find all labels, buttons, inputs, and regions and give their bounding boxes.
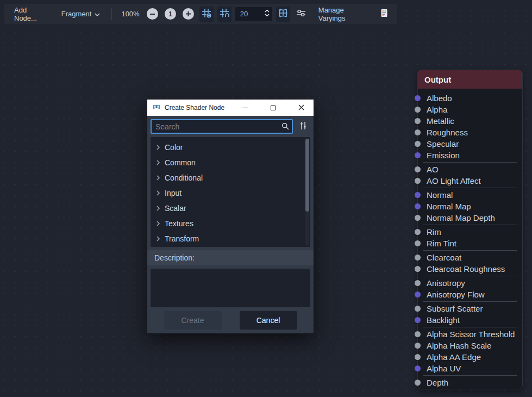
port-label: Backlight xyxy=(427,315,460,325)
port-connection-dot[interactable] xyxy=(415,95,421,101)
tree-category-textures[interactable]: Textures xyxy=(151,216,310,231)
grid-pattern-toggle-button[interactable] xyxy=(276,7,290,22)
output-graph-node[interactable]: Output AlbedoAlphaMetallicRoughnessSpecu… xyxy=(417,70,523,389)
description-label: Description: xyxy=(147,250,314,265)
zoom-out-icon xyxy=(147,8,158,20)
port-row-clearcoat-roughness: Clearcoat Roughness xyxy=(418,263,522,275)
port-connection-dot[interactable] xyxy=(415,178,421,184)
maximize-icon xyxy=(271,106,276,110)
port-row-specular: Specular xyxy=(418,138,522,150)
description-text xyxy=(151,269,310,307)
port-connection-dot[interactable] xyxy=(415,141,421,147)
port-connection-dot[interactable] xyxy=(415,129,421,135)
tree-category-common[interactable]: Common xyxy=(151,155,310,170)
output-node-header[interactable]: Output xyxy=(418,70,522,89)
minimize-button[interactable] xyxy=(233,100,257,116)
dialog-titlebar[interactable]: Create Shader Node xyxy=(147,100,314,116)
port-connection-dot[interactable] xyxy=(415,107,421,113)
port-connection-dot[interactable] xyxy=(415,215,421,221)
port-label: AO Light Affect xyxy=(427,176,481,185)
filter-options-button[interactable] xyxy=(296,119,310,134)
close-icon xyxy=(298,103,304,113)
manage-varyings-button[interactable]: Manage Varyings xyxy=(314,3,373,25)
lattice-grid-icon xyxy=(278,8,289,20)
tree-category-input[interactable]: Input xyxy=(151,185,310,201)
tree-scrollbar-thumb[interactable] xyxy=(305,139,309,212)
search-input[interactable] xyxy=(151,119,293,134)
tree-category-label: Common xyxy=(165,158,196,167)
shader-code-preview-button[interactable] xyxy=(377,7,391,22)
tree-category-label: Transform xyxy=(165,234,199,243)
port-row-roughness: Roughness xyxy=(418,127,522,138)
close-button[interactable] xyxy=(289,100,314,116)
tree-category-scalar[interactable]: Scalar xyxy=(151,201,310,216)
tree-category-conditional[interactable]: Conditional xyxy=(151,170,310,185)
cancel-button[interactable]: Cancel xyxy=(240,311,297,330)
snap-distance-input[interactable]: 20 xyxy=(235,7,272,21)
arrange-sliders-icon xyxy=(296,8,306,20)
chevron-right-icon[interactable] xyxy=(156,190,160,196)
port-connection-dot[interactable] xyxy=(415,266,421,272)
port-connection-dot[interactable] xyxy=(415,280,421,286)
port-connection-dot[interactable] xyxy=(415,331,421,337)
port-connection-dot[interactable] xyxy=(415,229,421,235)
snap-toggle-button[interactable] xyxy=(217,7,231,22)
zoom-reset-icon: 1 xyxy=(165,8,176,20)
shader-editor-toolbar: Add Node... Fragment 100% 1 xyxy=(4,4,397,24)
add-node-label: Add Node... xyxy=(14,6,49,22)
port-row-normal: Normal xyxy=(418,189,522,201)
port-connection-dot[interactable] xyxy=(415,203,421,209)
arrange-nodes-button[interactable] xyxy=(294,7,308,22)
port-connection-dot[interactable] xyxy=(415,192,421,198)
zoom-reset-button[interactable]: 1 xyxy=(164,7,178,22)
grid-settings-toggle-button[interactable] xyxy=(199,7,214,22)
output-node-title: Output xyxy=(424,75,451,84)
tree-category-label: Scalar xyxy=(165,204,186,213)
chevron-right-icon[interactable] xyxy=(156,235,160,242)
port-row-anisotropy: Anisotropy xyxy=(418,277,522,289)
port-connection-dot[interactable] xyxy=(415,118,421,124)
port-connection-dot[interactable] xyxy=(415,354,421,360)
spinner-updown-icon[interactable] xyxy=(265,9,270,18)
tree-category-transform[interactable]: Transform xyxy=(151,231,310,246)
chevron-right-icon[interactable] xyxy=(156,159,160,166)
chevron-right-icon[interactable] xyxy=(156,144,160,151)
port-label: Albedo xyxy=(427,94,452,103)
port-label: Anisotropy Flow xyxy=(427,290,485,299)
port-connection-dot[interactable] xyxy=(415,240,421,246)
port-connection-dot[interactable] xyxy=(415,317,421,323)
toolbar-separator xyxy=(111,8,112,20)
shader-file-icon xyxy=(380,9,389,19)
maximize-button[interactable] xyxy=(261,100,285,116)
port-connection-dot[interactable] xyxy=(415,152,421,158)
zoom-in-button[interactable] xyxy=(181,7,196,22)
port-row-alpha-aa-edge: Alpha AA Edge xyxy=(418,351,522,363)
search-icon xyxy=(281,122,289,132)
port-label: Specular xyxy=(427,139,459,148)
port-connection-dot[interactable] xyxy=(415,255,421,260)
port-label: Normal xyxy=(427,190,453,200)
port-connection-dot[interactable] xyxy=(415,380,421,386)
port-label: Alpha Scissor Threshold xyxy=(427,330,515,339)
port-connection-dot[interactable] xyxy=(415,306,421,312)
zoom-out-button[interactable] xyxy=(146,7,160,22)
port-row-subsurf-scatter: Subsurf Scatter xyxy=(418,303,522,314)
port-connection-dot[interactable] xyxy=(415,166,421,172)
port-row-clearcoat: Clearcoat xyxy=(418,252,522,263)
tree-category-label: Input xyxy=(165,189,181,197)
tree-category-color[interactable]: Color xyxy=(151,140,310,155)
tree-scrollbar[interactable] xyxy=(305,139,309,245)
chevron-right-icon[interactable] xyxy=(156,220,160,227)
shader-stage-dropdown[interactable]: Fragment xyxy=(57,7,105,21)
add-node-button[interactable]: Add Node... xyxy=(10,3,53,25)
tree-category-label: Color xyxy=(165,143,183,152)
port-row-ao: AO xyxy=(418,164,522,175)
port-row-anisotropy-flow: Anisotropy Flow xyxy=(418,289,522,300)
port-connection-dot[interactable] xyxy=(415,343,421,349)
create-button[interactable]: Create xyxy=(164,311,222,330)
port-connection-dot[interactable] xyxy=(415,291,421,297)
chevron-right-icon[interactable] xyxy=(156,175,160,181)
port-connection-dot[interactable] xyxy=(415,365,421,371)
output-node-ports: AlbedoAlphaMetallicRoughnessSpecularEmis… xyxy=(418,89,522,388)
chevron-right-icon[interactable] xyxy=(156,205,160,212)
